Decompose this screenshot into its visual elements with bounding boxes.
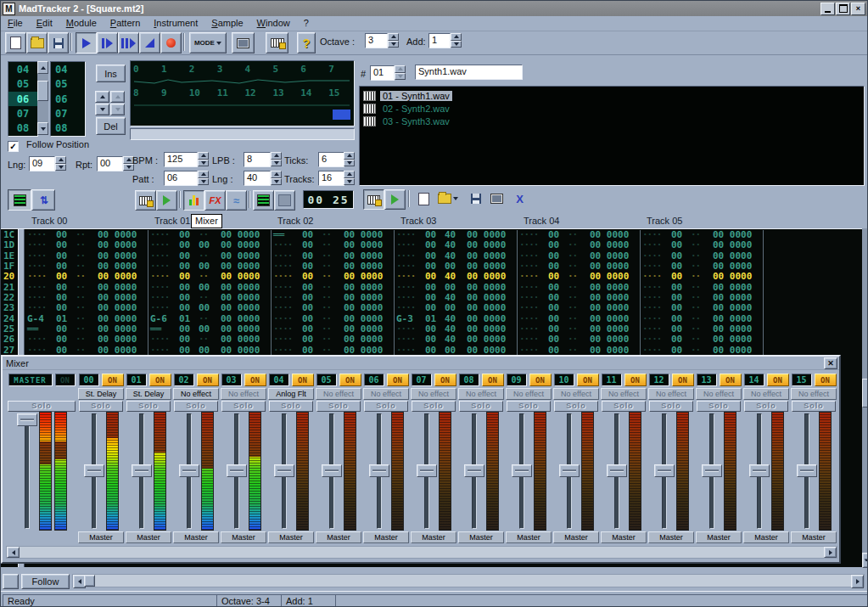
octave-stepper[interactable]	[388, 33, 399, 48]
instrument-column[interactable]: 00	[56, 303, 71, 313]
move-down-button[interactable]	[95, 104, 109, 115]
tracks-field[interactable]: 16	[318, 171, 344, 186]
stop-button[interactable]	[139, 32, 160, 53]
pattern-cell[interactable]: 00 40 00 0000	[395, 272, 518, 282]
volume-column[interactable]: 00	[445, 303, 460, 313]
effects-button[interactable]: FX	[204, 190, 226, 211]
volume-column[interactable]	[76, 303, 91, 313]
order-cell[interactable]: 05	[8, 76, 37, 91]
patt-lng-field[interactable]: 40	[244, 171, 271, 186]
note-column[interactable]	[519, 303, 543, 313]
note-column[interactable]	[396, 334, 420, 345]
pattern-view-toggle[interactable]	[8, 189, 31, 211]
open-module-button[interactable]	[26, 32, 48, 53]
instrument-column[interactable]: 00	[671, 240, 686, 250]
instrument-column[interactable]: 00	[302, 240, 317, 250]
mixer-close-button[interactable]: ✕	[824, 357, 837, 369]
channel-solo-button[interactable]: Solo	[126, 401, 171, 412]
keyboard-mode-button[interactable]	[135, 190, 156, 211]
menu-item[interactable]: Sample	[204, 17, 249, 30]
note-column[interactable]	[150, 240, 174, 250]
pattern-overview[interactable]: 01234567 89101112131415	[130, 60, 355, 126]
pattern-display-button[interactable]	[253, 190, 274, 211]
pattern-cell[interactable]: 00 00 0000	[518, 334, 641, 345]
fader-handle[interactable]	[702, 464, 722, 477]
scroll-down-icon[interactable]	[862, 553, 868, 568]
channel-solo-button[interactable]: Solo	[697, 401, 741, 412]
pattern-cell[interactable]: 00 00 00 0000	[148, 303, 272, 313]
volume-column[interactable]	[691, 272, 706, 282]
note-column[interactable]	[273, 240, 297, 250]
octave-field[interactable]: 3	[365, 33, 388, 48]
channel-effect-dropdown[interactable]: No effect	[173, 388, 219, 400]
scroll-thumb[interactable]	[37, 81, 48, 101]
channel-solo-button[interactable]: Solo	[412, 401, 456, 412]
channel-fader[interactable]	[748, 412, 769, 531]
effect-column[interactable]: 00 0000	[467, 240, 516, 250]
instrument-column[interactable]: 00	[56, 240, 71, 250]
close-button[interactable]: ×	[851, 3, 865, 15]
sample-name-field[interactable]: Synth1.wav	[415, 65, 523, 80]
effect-column[interactable]: 00 0000	[344, 240, 393, 250]
master-on-lcd[interactable]: ON	[55, 374, 76, 386]
instrument-column[interactable]: 00	[179, 303, 194, 313]
channel-effect-dropdown[interactable]: No effect	[506, 388, 552, 400]
channel-on-button[interactable]: ON	[672, 374, 694, 386]
effect-column[interactable]: 00 0000	[98, 334, 147, 345]
master-solo-button[interactable]: Solo	[8, 401, 75, 412]
mixer-toggle-button[interactable]	[183, 190, 204, 211]
patt-lng-stepper[interactable]	[271, 171, 282, 185]
note-column[interactable]	[519, 240, 543, 250]
help-button[interactable]: ?	[297, 32, 316, 53]
master-fader[interactable]	[16, 412, 36, 531]
channel-solo-button[interactable]: Solo	[792, 401, 836, 412]
effect-column[interactable]: 00 0000	[467, 272, 516, 282]
insert-pattern-button[interactable]: Ins	[96, 65, 126, 82]
fader-handle[interactable]	[274, 464, 294, 477]
effect-column[interactable]: 00 0000	[98, 240, 147, 250]
pattern-cell[interactable]: 00 00 0000	[272, 303, 395, 313]
sample-number-field[interactable]: 01	[370, 65, 395, 81]
fader-handle[interactable]	[132, 464, 152, 477]
volume-column[interactable]	[691, 334, 706, 345]
instrument-column[interactable]: 00	[56, 272, 71, 282]
order-cell[interactable]: 07	[51, 106, 85, 121]
new-module-button[interactable]	[5, 32, 26, 53]
scroll-thumb[interactable]	[862, 379, 868, 407]
channel-solo-button[interactable]: Solo	[269, 401, 313, 412]
note-column[interactable]	[273, 303, 297, 313]
effect-column[interactable]: 00 0000	[221, 240, 270, 250]
channel-fader[interactable]	[796, 412, 816, 531]
channel-on-button[interactable]: ON	[767, 374, 789, 386]
channel-fader[interactable]	[273, 412, 294, 531]
sample-new-button[interactable]	[414, 189, 434, 208]
effect-column[interactable]: 00 0000	[221, 272, 270, 282]
pattern-cell[interactable]: 00 00 0000	[272, 272, 395, 282]
effect-column[interactable]: 00 0000	[713, 303, 762, 313]
sample-keyboard-button[interactable]	[363, 189, 384, 210]
channel-on-button[interactable]: ON	[482, 374, 504, 386]
sample-list-item[interactable]: 02 - Synth2.wav	[360, 102, 864, 115]
effect-column[interactable]: 00 0000	[221, 334, 270, 345]
fader-handle[interactable]	[797, 464, 817, 477]
volume-column[interactable]	[322, 303, 337, 313]
pattern-cell[interactable]: 00 40 00 0000	[395, 240, 518, 250]
pattern-cell[interactable]: 00 00 0000	[25, 334, 148, 345]
channel-output-dropdown[interactable]: Master	[411, 531, 456, 543]
channel-fader[interactable]	[416, 412, 436, 531]
volume-column[interactable]: 40	[445, 272, 460, 282]
pattern-cell[interactable]: 00 00 0000	[518, 303, 641, 313]
pattern-cell[interactable]: 00 00 0000	[272, 240, 395, 250]
channel-effect-dropdown[interactable]: No effect	[458, 388, 504, 400]
channel-solo-button[interactable]: Solo	[507, 401, 551, 412]
pattern-cell[interactable]: 00 00 0000	[518, 272, 641, 282]
scroll-up-icon[interactable]	[37, 61, 48, 74]
channel-fader[interactable]	[131, 412, 151, 531]
volume-column[interactable]: 40	[445, 334, 460, 345]
effect-column[interactable]: 00 0000	[221, 303, 270, 313]
channel-effect-dropdown[interactable]: No effect	[791, 388, 837, 400]
channel-solo-button[interactable]: Solo	[649, 401, 693, 412]
channel-output-dropdown[interactable]: Master	[173, 531, 219, 543]
channel-on-button[interactable]: ON	[434, 374, 456, 386]
instrument-column[interactable]: 00	[671, 303, 686, 313]
